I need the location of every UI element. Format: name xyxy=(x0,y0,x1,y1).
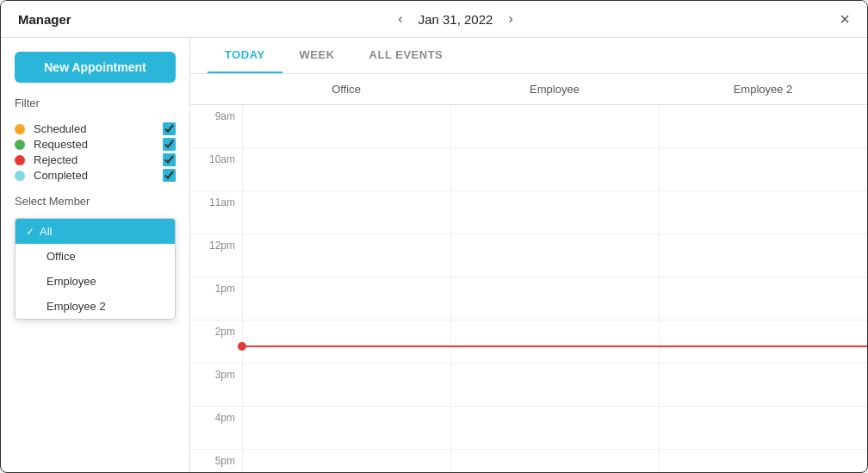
filter-item-scheduled: Scheduled xyxy=(15,122,176,135)
cell-employee2-2pm[interactable] xyxy=(659,321,867,363)
cell-employee-11am[interactable] xyxy=(450,191,659,233)
next-arrow-button[interactable]: › xyxy=(503,9,518,28)
cell-employee-5pm[interactable] xyxy=(450,450,659,472)
cell-employee-2pm[interactable] xyxy=(450,321,659,363)
filter-label-scheduled: Scheduled xyxy=(34,122,154,135)
check-icon: ✓ xyxy=(26,226,34,238)
cell-office-1pm[interactable] xyxy=(242,277,450,320)
dropdown-option-office[interactable]: Office xyxy=(16,244,175,269)
cell-employee2-1pm[interactable] xyxy=(659,277,867,320)
time-label-5pm: 5pm xyxy=(190,450,242,472)
main-modal: Manager ‹ Jan 31, 2022 › × New Appointme… xyxy=(0,0,868,473)
dot-requested xyxy=(15,140,25,150)
filter-item-completed: Completed xyxy=(15,169,176,182)
cell-employee2-9am[interactable] xyxy=(659,105,867,147)
new-appointment-button[interactable]: New Appointment xyxy=(15,52,176,83)
header-nav: ‹ Jan 31, 2022 › xyxy=(393,9,518,28)
filter-item-requested: Requested xyxy=(15,138,176,151)
col-header-employee2: Employee 2 xyxy=(659,74,867,104)
time-label-1pm: 1pm xyxy=(190,277,242,320)
main-content: TODAYWEEKALL EVENTS Office Employee Empl… xyxy=(190,38,867,472)
time-row-9am: 9am xyxy=(190,105,867,148)
close-button[interactable]: × xyxy=(840,10,850,28)
time-grid: 9am 10am 11am 12pm 1pm 2pm xyxy=(190,105,867,472)
dropdown-option-employee[interactable]: Employee xyxy=(16,269,175,294)
time-label-4pm: 4pm xyxy=(190,407,242,449)
tab-bar: TODAYWEEKALL EVENTS xyxy=(190,38,867,74)
filter-checkbox-scheduled[interactable] xyxy=(163,122,176,135)
cell-employee2-10am[interactable] xyxy=(659,148,867,190)
cell-employee2-11am[interactable] xyxy=(659,191,867,233)
time-row-5pm: 5pm xyxy=(190,450,867,472)
filter-item-rejected: Rejected xyxy=(15,153,176,166)
cell-employee2-12pm[interactable] xyxy=(659,234,867,277)
filter-checkbox-requested[interactable] xyxy=(163,138,176,151)
time-row-12pm: 12pm xyxy=(190,234,867,277)
header-date: Jan 31, 2022 xyxy=(418,12,493,27)
time-label-3pm: 3pm xyxy=(190,364,242,406)
dot-rejected xyxy=(15,155,25,165)
time-label-12pm: 12pm xyxy=(190,234,242,277)
member-dropdown[interactable]: ✓ AllOfficeEmployeeEmployee 2 xyxy=(15,218,176,320)
modal-body: New Appointment Filter Scheduled Request… xyxy=(1,38,867,472)
time-label-11am: 11am xyxy=(190,191,242,233)
prev-arrow-button[interactable]: ‹ xyxy=(393,9,407,28)
filter-label-requested: Requested xyxy=(34,138,154,151)
filter-label-completed: Completed xyxy=(34,169,154,182)
calendar-area: Office Employee Employee 2 9am 10am 11am… xyxy=(190,74,867,472)
time-row-10am: 10am xyxy=(190,148,867,191)
cell-office-3pm[interactable] xyxy=(242,364,450,406)
cell-employee2-4pm[interactable] xyxy=(659,407,867,449)
modal-header: Manager ‹ Jan 31, 2022 › × xyxy=(1,1,867,38)
time-row-4pm: 4pm xyxy=(190,407,867,450)
filter-label-rejected: Rejected xyxy=(34,153,154,166)
filter-list: Scheduled Requested Rejected Completed xyxy=(15,120,176,184)
cell-employee-9am[interactable] xyxy=(450,105,659,147)
time-label-2pm: 2pm xyxy=(190,321,242,363)
cell-employee-12pm[interactable] xyxy=(450,234,659,277)
column-headers: Office Employee Employee 2 xyxy=(190,74,867,105)
cell-office-2pm[interactable] xyxy=(242,321,450,363)
dropdown-option-all[interactable]: ✓ All xyxy=(16,219,175,244)
filter-checkbox-completed[interactable] xyxy=(163,169,176,182)
filter-checkbox-rejected[interactable] xyxy=(163,153,176,166)
cell-employee-10am[interactable] xyxy=(450,148,659,190)
cell-office-4pm[interactable] xyxy=(242,407,450,449)
select-member-wrapper: ✓ AllOfficeEmployeeEmployee 2 xyxy=(15,218,176,320)
time-row-11am: 11am xyxy=(190,191,867,234)
modal-title: Manager xyxy=(18,12,71,27)
cell-employee-1pm[interactable] xyxy=(450,277,659,320)
filter-label: Filter xyxy=(15,96,176,109)
cell-office-11am[interactable] xyxy=(242,191,450,233)
tab-all_events[interactable]: ALL EVENTS xyxy=(352,38,461,73)
cell-employee2-3pm[interactable] xyxy=(659,364,867,406)
tab-today[interactable]: TODAY xyxy=(208,38,282,73)
tab-week[interactable]: WEEK xyxy=(282,38,352,73)
dot-scheduled xyxy=(15,124,25,134)
time-row-3pm: 3pm xyxy=(190,364,867,407)
select-member-label: Select Member xyxy=(15,195,176,208)
cell-employee2-5pm[interactable] xyxy=(659,450,867,472)
cell-office-12pm[interactable] xyxy=(242,234,450,277)
col-header-employee: Employee xyxy=(450,74,659,104)
cell-office-5pm[interactable] xyxy=(242,450,450,472)
cell-employee-4pm[interactable] xyxy=(450,407,659,449)
time-label-10am: 10am xyxy=(190,148,242,190)
time-row-2pm: 2pm xyxy=(190,321,867,364)
cell-office-9am[interactable] xyxy=(242,105,450,147)
cell-employee-3pm[interactable] xyxy=(450,364,659,406)
cell-office-10am[interactable] xyxy=(242,148,450,190)
time-row-1pm: 1pm xyxy=(190,277,867,321)
dot-completed xyxy=(15,171,25,181)
time-label-9am: 9am xyxy=(190,105,242,147)
dropdown-option-employee2[interactable]: Employee 2 xyxy=(16,294,175,319)
sidebar: New Appointment Filter Scheduled Request… xyxy=(1,38,190,472)
col-header-office: Office xyxy=(242,74,450,104)
